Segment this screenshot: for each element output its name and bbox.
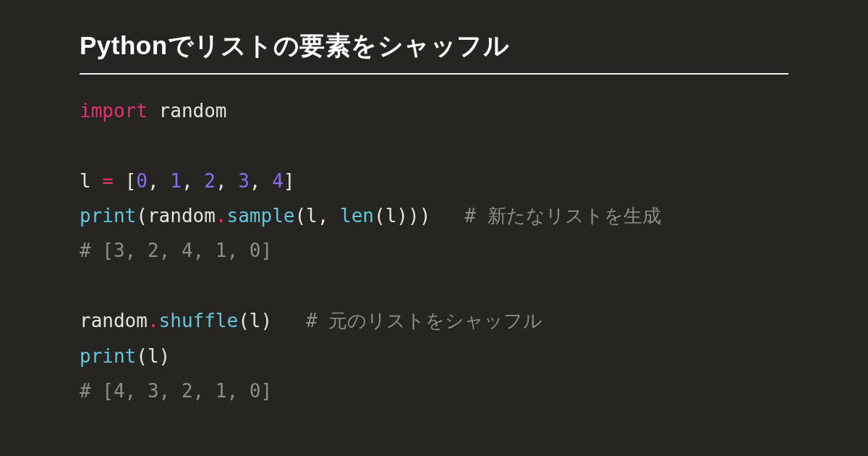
arg: l xyxy=(250,310,261,332)
module-random: random xyxy=(148,205,216,227)
comma: , xyxy=(148,170,170,192)
arg: l xyxy=(386,205,397,227)
paren-open: ( xyxy=(136,345,148,367)
paren-open: ( xyxy=(238,310,250,332)
num: 2 xyxy=(204,170,216,192)
paren-open: ( xyxy=(374,205,386,227)
paren-open: ( xyxy=(136,205,148,227)
num: 3 xyxy=(238,170,250,192)
keyword-import: import xyxy=(80,100,148,122)
module-random: random xyxy=(159,100,227,122)
arg: l xyxy=(306,205,318,227)
dot: . xyxy=(216,205,227,227)
fn-print: print xyxy=(80,205,136,227)
comment-output: # [3, 2, 4, 1, 0] xyxy=(80,240,272,261)
comment-output: # [4, 3, 2, 1, 0] xyxy=(80,380,272,402)
paren-close: ) xyxy=(260,310,272,332)
comma: , xyxy=(318,205,340,227)
paren-open: ( xyxy=(294,205,306,227)
comma: , xyxy=(216,170,238,192)
code-block: import random l = [0, 1, 2, 3, 4] print(… xyxy=(80,93,788,408)
page-title: Pythonでリストの要素をシャッフル xyxy=(80,29,788,75)
fn-shuffle: shuffle xyxy=(159,310,239,332)
comment: # 新たなリストを生成 xyxy=(464,205,660,227)
arg: l xyxy=(148,345,159,367)
code-line-5: # [3, 2, 4, 1, 0] xyxy=(80,240,272,261)
paren-close: ) xyxy=(159,345,171,367)
space xyxy=(148,100,159,122)
fn-sample: sample xyxy=(227,205,295,227)
bracket-open: [ xyxy=(125,170,137,192)
comma: , xyxy=(250,170,272,192)
num: 1 xyxy=(170,170,182,192)
pad xyxy=(430,205,464,227)
fn-len: len xyxy=(340,205,374,227)
num: 4 xyxy=(272,170,284,192)
comma: , xyxy=(182,170,204,192)
var-l: l xyxy=(80,170,102,192)
num: 0 xyxy=(136,170,148,192)
comment: # 元のリストをシャッフル xyxy=(306,310,542,332)
code-line-1: import random xyxy=(80,100,227,122)
fn-print: print xyxy=(80,345,136,367)
space xyxy=(114,170,125,192)
code-line-3: l = [0, 1, 2, 3, 4] xyxy=(80,170,294,192)
module-random: random xyxy=(80,310,148,332)
page: Pythonでリストの要素をシャッフル import random l = [0… xyxy=(0,0,868,408)
dot: . xyxy=(148,310,159,332)
paren-close: ) xyxy=(408,205,420,227)
code-line-8: print(l) xyxy=(80,345,170,367)
bracket-close: ] xyxy=(284,170,295,192)
code-line-4: print(random.sample(l, len(l))) # 新たなリスト… xyxy=(80,205,661,227)
op-assign: = xyxy=(102,170,114,192)
pad xyxy=(272,310,306,332)
paren-close: ) xyxy=(396,205,408,227)
code-line-7: random.shuffle(l) # 元のリストをシャッフル xyxy=(80,310,542,332)
paren-close: ) xyxy=(420,205,431,227)
code-line-9: # [4, 3, 2, 1, 0] xyxy=(80,380,272,402)
